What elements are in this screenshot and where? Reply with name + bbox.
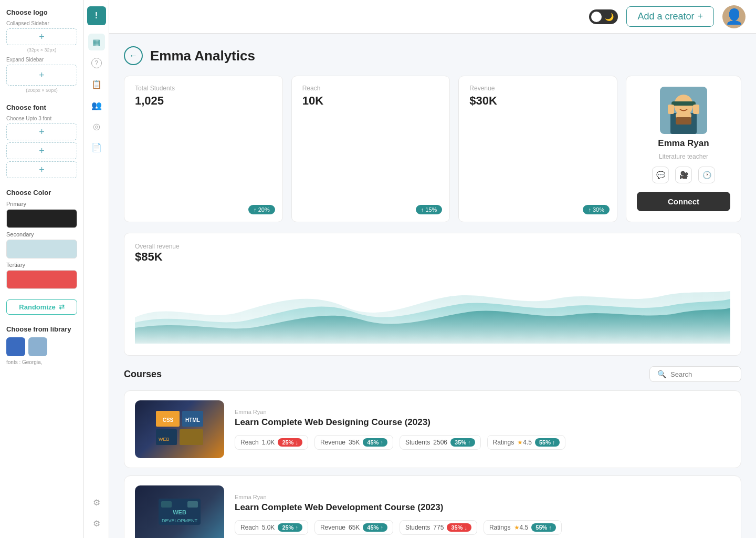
primary-color-swatch[interactable] [6,209,77,228]
expand-sidebar-label: Expand Sidebar [6,57,77,63]
courses-search-input[interactable] [670,370,733,378]
stat-badge-students: ↑ 20% [248,205,275,214]
randomize-label: Randomize [19,303,55,311]
sidebar-item-settings2[interactable]: ⚙ [88,515,105,532]
choose-logo-section: Choose logo Collapsed Sidebar + (32px × … [6,8,77,93]
topbar: 🌙 Add a creator + 👤 [109,0,756,34]
ratings-pill-2: 55% ↑ [531,523,556,532]
course-stat-students-1: Students 2506 35% ↑ [400,435,481,450]
app-logo: ! [87,6,106,25]
user-avatar[interactable]: 👤 [722,5,746,28]
course-stat-ratings-2: Ratings ★4.5 55% ↑ [484,520,562,535]
settings2-icon: ⚙ [93,519,100,529]
courses-header: Courses 🔍 [124,366,741,382]
page-header: ← Emma Analytics [124,46,741,65]
sidebar-item-settings1[interactable]: ⚙ [88,494,105,511]
course-creator-2: Emma Ryan [235,494,730,500]
add-creator-button[interactable]: Add a creator + [626,6,714,27]
svg-rect-9 [693,105,699,114]
stat-card-revenue: Revenue $30K ↑ 30% [458,76,617,222]
font-add-btn-2[interactable]: + [6,142,77,159]
stat-badge-revenue: ↑ 30% [583,205,610,214]
sidebar-item-document[interactable]: 📄 [88,139,105,156]
courses-search-box[interactable]: 🔍 [649,366,741,382]
sidebar-item-team[interactable]: 👥 [88,97,105,113]
choose-font-section: Choose font Choose Upto 3 font + + + [6,104,77,178]
ratings-pill-1: 55% ↑ [535,438,560,447]
course-card-2: WEB DEVELOPMENT Emma Ryan Learn Complete… [124,475,741,538]
secondary-color-swatch[interactable] [6,240,77,258]
clock-icon[interactable]: 🕐 [698,167,715,183]
sidebar-item-help[interactable]: ? [88,55,105,71]
reach-pill-1: 25% ↓ [278,438,302,447]
randomize-section: Randomize ⇄ [6,299,77,315]
chat-icon[interactable]: 💬 [652,167,669,183]
sidebar-item-dashboard[interactable]: ▦ [88,34,105,50]
revenue-pill-1: 45% ↑ [363,438,387,447]
help-icon: ? [91,58,102,68]
moon-icon: 🌙 [603,12,616,22]
library-preview [6,337,77,356]
students-pill-2: 35% ↓ [447,523,471,532]
svg-text:CSS: CSS [163,417,174,423]
stat-badge-reach: ↑ 15% [416,205,443,214]
svg-text:HTML: HTML [185,417,200,423]
search-icon: 🔍 [657,370,666,378]
choose-font-title: Choose font [6,104,77,111]
primary-label: Primary [6,201,77,207]
content-icon: 📋 [91,79,102,89]
profile-action-icons: 💬 🎥 🕐 [652,167,715,183]
collapsed-sidebar-label: Collapsed Sidebar [6,20,77,26]
course-stats-2: Reach 5.0K 25% ↑ Revenue 65K 45% ↑ Stude… [235,520,730,535]
video-icon[interactable]: 🎥 [675,167,692,183]
course-card-1: CSS HTML WEB Emma Ryan Learn Complete We… [124,390,741,468]
profile-name: Emma Ryan [658,138,709,149]
expand-sidebar-add-btn[interactable]: + [6,65,77,86]
choose-library-section: Choose from library fonts : Georgia, [6,325,77,365]
avatar-image: 👤 [725,8,743,25]
randomize-icon: ⇄ [59,303,65,311]
svg-rect-4 [676,117,691,125]
lib-swatch-2[interactable] [28,337,47,356]
lib-swatch-1[interactable] [6,337,25,356]
toggle-dot [591,12,602,22]
back-button[interactable]: ← [124,46,143,65]
stat-label-reach: Reach [302,85,439,92]
library-title: Choose from library [6,325,77,333]
course-thumb-2: WEB DEVELOPMENT [135,485,224,538]
choose-color-section: Choose Color Primary Secondary Tertiary [6,189,77,289]
choose-color-title: Choose Color [6,189,77,196]
tertiary-color-swatch[interactable] [6,270,77,289]
course-stat-ratings-1: Ratings ★4.5 55% ↑ [487,435,565,450]
chart-label: Overall revenue [135,243,730,250]
stat-value-reach: 10K [302,94,439,108]
tertiary-label: Tertiary [6,262,77,268]
svg-text:WEB: WEB [159,437,170,442]
svg-rect-15 [180,429,203,445]
font-add-btn-3[interactable]: + [6,161,77,178]
dashboard-icon: ▦ [92,37,100,47]
library-font-hint: fonts : Georgia, [6,359,77,365]
randomize-button[interactable]: Randomize ⇄ [6,299,77,315]
collapsed-sidebar-add-btn[interactable]: + [6,28,77,45]
students-pill-1: 35% ↑ [450,438,475,447]
profile-role: Literature teacher [659,153,708,160]
app-logo-text: ! [95,11,98,20]
stat-label-revenue: Revenue [469,85,606,92]
choose-logo-title: Choose logo [6,8,77,16]
sidebar-item-analytics[interactable]: ◎ [88,118,105,134]
dark-mode-toggle[interactable]: 🌙 [589,9,618,24]
course-info-1: Emma Ryan Learn Complete Web Designing C… [235,409,730,450]
course-stat-revenue-1: Revenue 35K 45% ↑ [314,435,393,450]
course-thumb-1: CSS HTML WEB [135,400,224,458]
font-add-btn-1[interactable]: + [6,123,77,140]
course-stat-reach-2: Reach 5.0K 25% ↑ [235,520,308,535]
course-info-2: Emma Ryan Learn Complete Web Development… [235,494,730,535]
profile-card: Emma Ryan Literature teacher 💬 🎥 🕐 Conne… [626,76,741,222]
connect-button[interactable]: Connect [637,192,730,211]
sidebar-item-content[interactable]: 📋 [88,76,105,92]
collapsed-sidebar-hint: (32px × 32px) [6,47,77,53]
course-stat-revenue-2: Revenue 65K 45% ↑ [314,520,393,535]
svg-text:DEVELOPMENT: DEVELOPMENT [162,518,198,523]
course-stat-reach-1: Reach 1.0K 25% ↓ [235,435,308,450]
